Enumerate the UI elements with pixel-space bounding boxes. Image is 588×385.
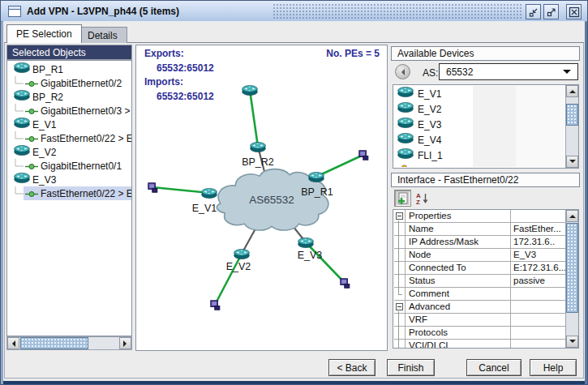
property-label: Protocols xyxy=(405,327,511,339)
collapse-icon[interactable] xyxy=(396,303,403,310)
tree-branch-line xyxy=(12,186,24,200)
tree-node-label: BP_R1 xyxy=(32,64,63,75)
map-node-label: BP_R2 xyxy=(242,156,274,168)
cloud-label: AS65532 xyxy=(249,194,294,206)
scroll-down-button[interactable] xyxy=(566,156,578,168)
add-interface-button[interactable] xyxy=(394,190,411,207)
map-node-router[interactable] xyxy=(251,143,266,152)
minimize-button[interactable] xyxy=(526,4,541,19)
property-label: Advanced xyxy=(405,301,511,313)
router-icon xyxy=(397,132,414,148)
property-label: VRF xyxy=(405,314,511,326)
scroll-up-button[interactable] xyxy=(566,85,578,97)
tab-details[interactable]: Details xyxy=(78,27,127,43)
map-node-router[interactable] xyxy=(309,173,324,182)
cancel-button[interactable]: Cancel xyxy=(466,359,521,376)
exports-label: Exports: xyxy=(144,48,184,59)
tree-node-device[interactable]: BP_R2 xyxy=(7,90,131,104)
link-green xyxy=(250,90,258,147)
properties-scrollbar[interactable] xyxy=(565,210,578,348)
scrollbar-thumb[interactable] xyxy=(566,223,578,313)
map-node-workstation[interactable] xyxy=(341,279,350,288)
selected-objects-header: Selected Objects xyxy=(6,45,132,60)
tree-node-device[interactable]: E_V3 xyxy=(7,173,131,186)
sort-az-button[interactable]: A Z xyxy=(414,190,431,207)
back-button[interactable] xyxy=(395,64,410,79)
device-list-item[interactable]: E_V2 xyxy=(394,101,564,117)
tree-horizontal-scrollbar[interactable] xyxy=(6,336,132,350)
interface-header: Interface - FastEthernet0/22 xyxy=(391,173,580,187)
tree-node-interface[interactable]: GigabitEthernet0/1 xyxy=(7,159,131,173)
device-list-scrollbar[interactable] xyxy=(565,85,578,168)
scrollbar-thumb[interactable] xyxy=(566,104,578,126)
scroll-up-button[interactable] xyxy=(566,210,578,222)
property-group-row[interactable]: Advanced xyxy=(394,301,566,314)
chevron-down-icon xyxy=(563,70,571,78)
scrollbar-thumb[interactable] xyxy=(20,337,88,349)
triangle-down-icon xyxy=(569,160,576,166)
device-list-item[interactable]: E_V1 xyxy=(394,86,564,101)
link-green xyxy=(152,187,209,193)
close-button[interactable] xyxy=(566,4,582,19)
back-step-button[interactable]: < Back xyxy=(328,359,376,376)
maximize-button[interactable] xyxy=(543,4,559,19)
tree-node-interface[interactable]: GigabitEthernet0/3 > P xyxy=(7,104,131,118)
property-row[interactable]: Statuspassive xyxy=(394,275,566,288)
property-row[interactable]: VCI/DLCI xyxy=(394,340,566,349)
device-list-item-partial[interactable] xyxy=(394,163,564,167)
map-node-router[interactable] xyxy=(298,238,314,248)
interface-dot-icon xyxy=(25,159,38,173)
tab-pe-selection[interactable]: PE Selection xyxy=(6,24,82,43)
link-green xyxy=(316,155,363,177)
help-button[interactable]: Help xyxy=(530,359,577,376)
property-row[interactable]: IP Address/Mask172.31.6.. xyxy=(394,236,566,249)
interface-dot-icon xyxy=(25,104,38,118)
map-node-router[interactable] xyxy=(234,250,250,259)
interface-properties-table: PropertiesNameFastEther...IP Address/Mas… xyxy=(393,209,579,349)
router-icon xyxy=(14,62,30,77)
tree-node-device[interactable]: E_V1 xyxy=(7,118,131,131)
link-green xyxy=(306,242,345,283)
property-label: Properties xyxy=(405,210,511,222)
tree-branch-line xyxy=(12,104,24,118)
map-node-workstation[interactable] xyxy=(211,301,220,310)
tree-node-interface[interactable]: GigabitEthernet0/2 xyxy=(7,76,131,90)
collapse-icon[interactable] xyxy=(396,212,403,220)
map-node-router[interactable] xyxy=(242,86,258,96)
router-icon xyxy=(397,148,414,163)
as-combobox[interactable]: 65532 xyxy=(439,63,578,80)
property-row[interactable]: VRF xyxy=(394,314,566,327)
map-node-router[interactable] xyxy=(202,189,217,199)
property-row[interactable]: NameFastEther... xyxy=(394,223,566,236)
property-row[interactable]: Comment xyxy=(394,288,566,301)
scroll-down-button[interactable] xyxy=(566,336,578,348)
titlebar[interactable]: Add VPN - L3VPN_ph44 (5 items) xyxy=(1,1,587,22)
finish-button[interactable]: Finish xyxy=(387,359,435,376)
map-node-workstation[interactable] xyxy=(359,151,368,160)
property-value: E:172.31.6... xyxy=(511,262,566,274)
property-value xyxy=(511,340,566,349)
window-title: Add VPN - L3VPN_ph44 (5 items) xyxy=(27,6,179,17)
router-icon xyxy=(14,144,30,160)
as-label: AS: xyxy=(423,67,438,79)
titlebar-texture xyxy=(273,3,522,19)
interface-dot-icon xyxy=(25,76,38,91)
scroll-right-button[interactable] xyxy=(119,337,131,349)
scroll-left-button[interactable] xyxy=(7,337,19,349)
device-list-item[interactable]: E_V3 xyxy=(394,117,564,132)
tree-node-device[interactable]: BP_R1 xyxy=(7,62,131,76)
tree-node-label: GigabitEthernet0/3 > P xyxy=(41,105,132,117)
imports-label: Imports: xyxy=(144,76,183,88)
triangle-up-icon xyxy=(569,87,576,93)
tree-node-interface[interactable]: FastEthernet0/22 > E2 xyxy=(7,131,131,145)
tree-node-device[interactable]: E_V2 xyxy=(7,145,131,159)
property-row[interactable]: NodeE_V3 xyxy=(394,249,566,262)
device-list-item[interactable]: E_V4 xyxy=(394,132,564,148)
property-group-row[interactable]: Properties xyxy=(394,210,566,223)
property-row[interactable]: Protocols xyxy=(394,327,566,340)
tree-node-interface[interactable]: FastEthernet0/22 > E2 xyxy=(7,186,131,200)
device-list-item[interactable]: FLI_1 xyxy=(394,148,564,163)
device-label: FLI_1 xyxy=(418,150,443,161)
add-interface-icon xyxy=(397,192,410,205)
property-row[interactable]: Connected ToE:172.31.6... xyxy=(394,262,566,275)
